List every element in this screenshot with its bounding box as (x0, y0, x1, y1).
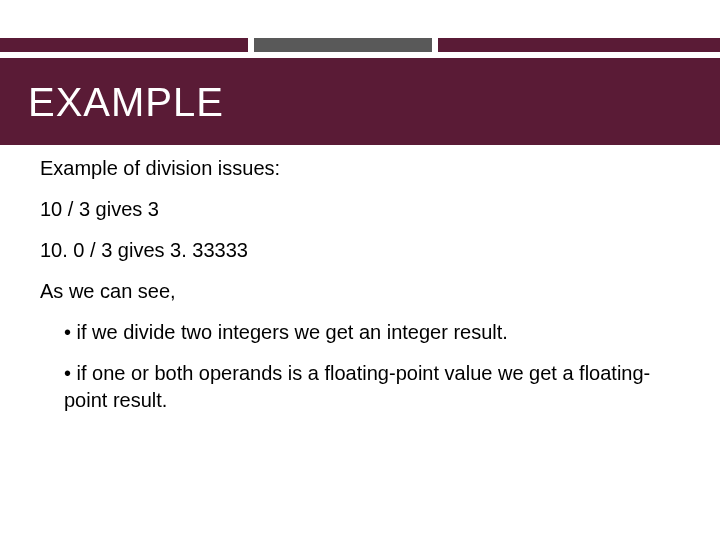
bullet-2: • if one or both operands is a floating-… (64, 360, 680, 414)
example-2: 10. 0 / 3 gives 3. 33333 (40, 237, 680, 264)
lead-text: As we can see, (40, 278, 680, 305)
example-1: 10 / 3 gives 3 (40, 196, 680, 223)
accent-bar-left (0, 38, 248, 52)
accent-bar-mid (254, 38, 432, 52)
accent-bars (0, 38, 720, 52)
slide-content: Example of division issues: 10 / 3 gives… (0, 145, 720, 414)
slide-title: EXAMPLE (28, 80, 692, 125)
title-block: EXAMPLE (0, 58, 720, 145)
bullet-1: • if we divide two integers we get an in… (64, 319, 680, 346)
accent-bar-right (438, 38, 720, 52)
bullet-list: • if we divide two integers we get an in… (40, 319, 680, 414)
intro-text: Example of division issues: (40, 155, 680, 182)
